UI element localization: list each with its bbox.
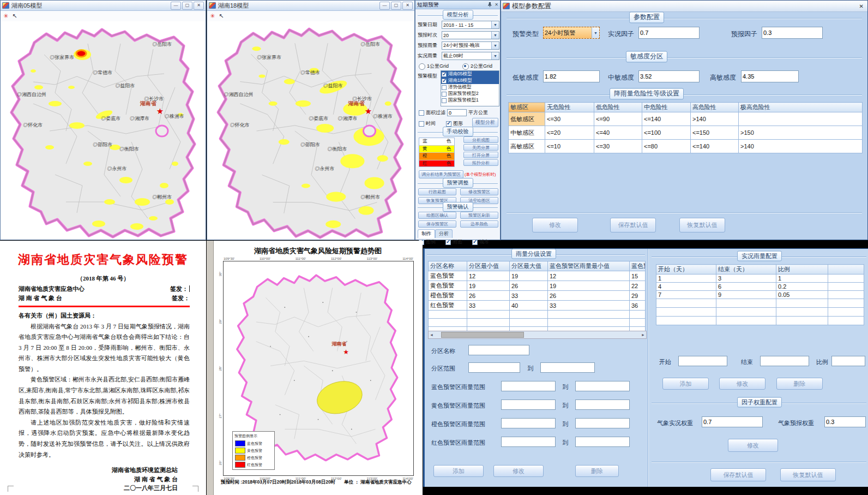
close-icon[interactable]: ✕ <box>194 2 204 10</box>
col-header[interactable]: 敏感区 <box>509 103 545 112</box>
layer-checkbox[interactable] <box>445 240 451 245</box>
col-header[interactable]: 低危险性 <box>594 103 642 112</box>
color-level-row[interactable]: 橙色 <box>419 153 454 160</box>
color-level-table[interactable]: 蓝色 黄色 橙色 红色 <box>419 138 455 167</box>
table-row[interactable]: 蓝色预警12 191215 <box>429 271 646 281</box>
model-list-item[interactable]: 国家预警模型1 <box>441 97 499 104</box>
forecast-time-combo[interactable]: 20▼ <box>442 31 499 39</box>
table-row[interactable]: 460.2 <box>656 283 864 291</box>
restore-default-button[interactable]: 恢复默认值 <box>679 218 725 232</box>
yellow-range-min-input[interactable] <box>501 399 556 410</box>
graph-checkbox[interactable] <box>446 121 451 127</box>
mid-sens-input[interactable] <box>638 70 700 82</box>
tab-analysis[interactable]: 分析 <box>435 229 453 238</box>
forecast-rain-combo[interactable]: 24小时预报-晚班▼ <box>442 41 499 50</box>
manual-button[interactable]: 分析成图 <box>463 136 498 143</box>
model-checkbox[interactable] <box>442 85 447 90</box>
warn-date-combo[interactable]: 2018 - 11 - 15▼ <box>442 21 499 29</box>
modify-warnzone-button[interactable]: 修改预警区 <box>460 188 498 195</box>
restore-default-button[interactable]: 恢复默认值 <box>780 468 836 481</box>
border-color-button[interactable]: 边界颜色 <box>460 220 498 228</box>
orange-range-max-input[interactable] <box>575 418 630 428</box>
table-row[interactable]: 中敏感区<=20 <=40<=100 <=150>150 <box>509 126 863 140</box>
end-input[interactable] <box>760 356 809 366</box>
close-icon[interactable]: ✕ <box>402 2 413 10</box>
scroll-thumb[interactable] <box>441 332 524 338</box>
save-default-button[interactable]: 保存默认值 <box>710 468 766 481</box>
model-list-item[interactable]: 国家预警模型2 <box>441 91 499 97</box>
panel-titlebar[interactable]: 短期预警 ✕ <box>415 1 500 9</box>
col-header[interactable]: 极高危险性 <box>739 103 863 112</box>
col-header[interactable]: 分区名称 <box>429 261 467 271</box>
col-header[interactable]: 蓝色预警区雨量最小值 <box>548 261 630 271</box>
model-list-item[interactable]: 湖南18模型 <box>441 77 499 84</box>
drawzone-confirm-button[interactable]: 绘图区确认 <box>418 212 456 219</box>
close-icon[interactable]: ✕ <box>857 3 866 9</box>
restore-icon[interactable]: ▢ <box>391 2 401 10</box>
add-button[interactable]: 添加 <box>662 378 709 390</box>
chevron-down-icon[interactable]: ▼ <box>491 32 499 39</box>
modify-button[interactable]: 修改 <box>532 218 578 232</box>
tab-make[interactable]: 制作 <box>418 229 435 238</box>
yellow-range-max-input[interactable] <box>575 399 630 410</box>
apply-analysis-button[interactable]: 调分析结果为预警区 <box>419 170 463 178</box>
window-titlebar[interactable]: 湖南05模型 — ▢ ✕ <box>1 1 206 11</box>
color-level-row[interactable]: 蓝色 <box>419 138 454 146</box>
scroll-right-arrow-icon[interactable]: ► <box>641 333 645 337</box>
save-warnzone-button[interactable]: 保存预警区 <box>418 220 456 228</box>
chevron-down-icon[interactable]: ▼ <box>491 21 499 28</box>
minimize-icon[interactable]: — <box>379 2 390 10</box>
model-checkbox[interactable] <box>442 98 447 103</box>
dialog-titlebar[interactable]: 模型参数配置 ✕ <box>501 1 867 12</box>
blue-range-max-input[interactable] <box>575 381 630 391</box>
zone-range-min-input[interactable] <box>468 362 520 373</box>
col-header[interactable]: 无危险性 <box>545 103 594 112</box>
col-header[interactable]: 中危险性 <box>642 103 691 112</box>
restore-icon[interactable]: ▢ <box>182 2 192 10</box>
select-region-icon[interactable]: ✳ <box>210 13 215 20</box>
area-filter-input[interactable] <box>447 109 467 116</box>
modify-button[interactable]: 修改 <box>719 378 765 390</box>
table-row[interactable]: 790.05 <box>656 291 864 299</box>
live-rain-combo[interactable]: 截止08时▼ <box>442 52 499 60</box>
grid-radio-2km[interactable]: 2公里Grid <box>462 63 492 70</box>
col-header[interactable]: 蓝色预 <box>630 261 646 271</box>
model-list-item[interactable]: 湖南05模型 <box>441 71 499 77</box>
warn-type-combo[interactable]: 24小时预警 ▼ <box>543 27 600 39</box>
low-sens-input[interactable] <box>543 70 600 82</box>
time-check[interactable]: 时间 <box>419 120 436 127</box>
model-analyze-button[interactable]: 模型分析 <box>472 118 498 127</box>
modify-button[interactable]: 修改 <box>493 465 544 477</box>
live-factor-input[interactable] <box>638 27 700 39</box>
h-scrollbar[interactable]: ◄ ► <box>428 331 647 339</box>
col-header[interactable]: 开始（天） <box>656 265 716 275</box>
close-icon[interactable]: ✕ <box>495 2 498 7</box>
table-row[interactable]: 红色预警33 403336 <box>429 301 646 311</box>
col-header[interactable]: 结束（天） <box>716 265 776 275</box>
select-region-icon[interactable]: ✳ <box>3 13 8 20</box>
window-edge-strip[interactable] <box>207 241 214 495</box>
rain-grading-table[interactable]: 分区名称 分区最小值 分区最大值 蓝色预警区雨量最小值 蓝色预 蓝色预警12 1… <box>428 261 646 335</box>
add-button[interactable]: 添加 <box>433 465 484 477</box>
color-level-row[interactable]: 红色 <box>419 160 454 168</box>
map-canvas-hunan18[interactable]: ◎张家界市◎岳阳市◎常德市◎益阳市◎湘西自治州◎长沙市◎湘潭市◎株洲市◎娄底市◎… <box>207 21 414 240</box>
manual-button[interactable]: 关闭分屏 <box>463 144 498 151</box>
hazard-table[interactable]: 敏感区 无危险性 低危险性 中危险性 高危险性 极高危险性 低敏感区<=30 <… <box>508 102 863 153</box>
red-range-min-input[interactable] <box>501 437 556 447</box>
actual-rain-table[interactable]: 开始（天） 结束（天） 比例 131 460.2 790.05 <box>656 264 864 325</box>
manual-button[interactable]: 拓扑分析 <box>463 159 498 166</box>
model-checkbox[interactable] <box>442 72 447 77</box>
fc-factor-input[interactable] <box>762 27 823 39</box>
window-titlebar[interactable]: 湖南18模型 — ▢ ✕ <box>207 1 414 11</box>
zone-name-input[interactable] <box>468 345 529 355</box>
model-list-item[interactable]: 潜势值模型 <box>441 84 499 91</box>
table-row[interactable]: 橙色预警26 332629 <box>429 291 646 301</box>
chevron-down-icon[interactable]: ▼ <box>491 52 499 59</box>
chevron-down-icon[interactable]: ▼ <box>592 27 599 38</box>
red-range-max-input[interactable] <box>575 437 630 447</box>
color-level-row[interactable]: 黄色 <box>419 146 454 153</box>
table-row[interactable]: 黄色预警19 261922 <box>429 281 646 291</box>
manual-button[interactable]: 打开分屏 <box>463 152 498 158</box>
delete-button[interactable]: 删除 <box>776 378 823 390</box>
fc-weight-input[interactable] <box>824 416 866 427</box>
